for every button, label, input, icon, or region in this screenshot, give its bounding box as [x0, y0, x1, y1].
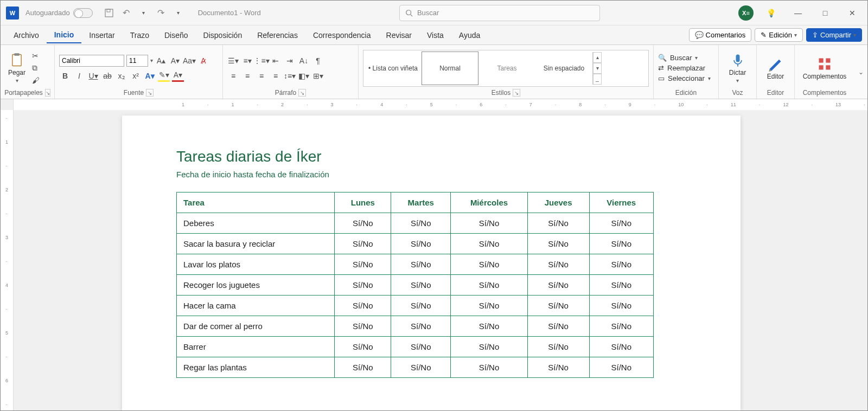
tab-correspondencia[interactable]: Correspondencia [305, 28, 379, 43]
redo-icon[interactable]: ↷ [156, 8, 167, 18]
account-excel-icon[interactable]: X≡ [738, 5, 754, 21]
format-painter-icon[interactable]: 🖌 [32, 76, 40, 85]
task-day-cell[interactable]: Sí/No [391, 316, 451, 337]
paste-button[interactable]: Pegar ▾ [5, 52, 29, 85]
task-day-cell[interactable]: Sí/No [589, 296, 654, 316]
addins-button[interactable]: Complementos [800, 55, 850, 81]
task-day-cell[interactable]: Sí/No [589, 275, 654, 296]
bold-icon[interactable]: B [59, 70, 71, 82]
tab-archivo[interactable]: Archivo [6, 28, 47, 43]
show-marks-icon[interactable]: ¶ [312, 55, 324, 67]
table-row[interactable]: DeberesSí/NoSí/NoSí/NoSí/NoSí/No [177, 213, 654, 234]
replace-button[interactable]: ⇄ Reemplazar [658, 64, 705, 72]
comments-button[interactable]: 💬 Comentarios [689, 28, 752, 42]
vertical-ruler[interactable]: ·1·2·3·4·5·6·7·8·9·10·11·12 [1, 110, 14, 411]
highlight-icon[interactable]: ✎▾ [158, 70, 170, 82]
task-day-cell[interactable]: Sí/No [451, 296, 527, 316]
align-right-icon[interactable]: ≡ [256, 70, 267, 82]
task-day-cell[interactable]: Sí/No [527, 357, 589, 378]
task-day-cell[interactable]: Sí/No [527, 296, 589, 316]
autosave-toggle[interactable] [73, 8, 93, 18]
undo-dropdown-icon[interactable]: ▾ [138, 8, 149, 18]
task-day-cell[interactable]: Sí/No [527, 275, 589, 296]
table-row[interactable]: Sacar la basura y reciclarSí/NoSí/NoSí/N… [177, 234, 654, 254]
tab-vista[interactable]: Vista [419, 28, 451, 43]
table-row[interactable]: Recoger los juguetesSí/NoSí/NoSí/NoSí/No… [177, 275, 654, 296]
superscript-icon[interactable]: x² [130, 70, 142, 82]
shading-icon[interactable]: ◧▾ [298, 70, 310, 82]
minimize-button[interactable]: — [788, 5, 808, 21]
task-day-cell[interactable]: Sí/No [391, 357, 451, 378]
task-day-cell[interactable]: Sí/No [391, 275, 451, 296]
task-name-cell[interactable]: Barrer [177, 337, 335, 357]
styles-scroll-up[interactable]: ▴ [593, 52, 602, 63]
undo-icon[interactable]: ↶ [121, 8, 132, 18]
task-day-cell[interactable]: Sí/No [451, 234, 527, 254]
horizontal-ruler[interactable]: 1·1·2·3·4·5·6·7·8·9·10·11·12·13·14·15·16… [14, 99, 867, 110]
find-button[interactable]: 🔍 Buscar ▾ [658, 54, 698, 62]
style-item-tareas[interactable]: Tareas [478, 52, 535, 85]
decrease-indent-icon[interactable]: ⇤ [270, 55, 282, 67]
font-color-icon[interactable]: A▾ [172, 70, 184, 82]
tab-referencias[interactable]: Referencias [250, 28, 305, 43]
close-button[interactable]: ✕ [843, 5, 862, 21]
document-page[interactable]: Tareas diarias de Íker Fecha de inicio h… [122, 115, 741, 410]
task-day-cell[interactable]: Sí/No [451, 357, 527, 378]
search-input[interactable]: Buscar [399, 5, 600, 21]
table-row[interactable]: Regar las plantasSí/NoSí/NoSí/NoSí/NoSí/… [177, 357, 654, 378]
justify-icon[interactable]: ≡ [270, 70, 282, 82]
bullets-icon[interactable]: ☰▾ [227, 55, 239, 67]
estilos-dialog-launcher[interactable]: ↘ [513, 89, 520, 97]
table-row[interactable]: Hacer la camaSí/NoSí/NoSí/NoSí/NoSí/No [177, 296, 654, 316]
task-day-cell[interactable]: Sí/No [335, 337, 391, 357]
table-header[interactable]: Lunes [335, 192, 391, 213]
increase-indent-icon[interactable]: ⇥ [284, 55, 296, 67]
italic-icon[interactable]: I [73, 70, 85, 82]
task-day-cell[interactable]: Sí/No [589, 254, 654, 275]
task-day-cell[interactable]: Sí/No [527, 213, 589, 234]
task-day-cell[interactable]: Sí/No [451, 316, 527, 337]
increase-font-icon[interactable]: A▴ [155, 55, 167, 67]
qat-customize-icon[interactable]: ▾ [173, 8, 184, 18]
tab-inicio[interactable]: Inicio [47, 27, 82, 43]
styles-scroll-down[interactable]: ▾ [593, 63, 602, 74]
task-day-cell[interactable]: Sí/No [451, 337, 527, 357]
cut-icon[interactable]: ✂ [32, 52, 40, 60]
tab-revisar[interactable]: Revisar [379, 28, 419, 43]
task-day-cell[interactable]: Sí/No [391, 254, 451, 275]
task-day-cell[interactable]: Sí/No [335, 296, 391, 316]
tab-diseno[interactable]: Diseño [157, 28, 196, 43]
fuente-dialog-launcher[interactable]: ↘ [146, 89, 154, 97]
tab-disposicion[interactable]: Disposición [196, 28, 250, 43]
change-case-icon[interactable]: Aa▾ [183, 55, 195, 67]
task-day-cell[interactable]: Sí/No [527, 337, 589, 357]
task-day-cell[interactable]: Sí/No [589, 337, 654, 357]
task-day-cell[interactable]: Sí/No [391, 234, 451, 254]
clear-formatting-icon[interactable]: A̷ [197, 55, 209, 67]
portapapeles-dialog-launcher[interactable]: ↘ [45, 89, 50, 97]
dictate-button[interactable]: Dictar ▾ [726, 52, 749, 85]
task-name-cell[interactable]: Recoger los juguetes [177, 275, 335, 296]
task-day-cell[interactable]: Sí/No [335, 275, 391, 296]
task-day-cell[interactable]: Sí/No [335, 234, 391, 254]
table-row[interactable]: Lavar los platosSí/NoSí/NoSí/NoSí/NoSí/N… [177, 254, 654, 275]
task-day-cell[interactable]: Sí/No [527, 254, 589, 275]
task-day-cell[interactable]: Sí/No [451, 213, 527, 234]
strikethrough-icon[interactable]: ab [101, 70, 113, 82]
table-header[interactable]: Martes [391, 192, 451, 213]
table-row[interactable]: BarrerSí/NoSí/NoSí/NoSí/NoSí/No [177, 337, 654, 357]
task-day-cell[interactable]: Sí/No [335, 316, 391, 337]
task-name-cell[interactable]: Dar de comer al perro [177, 316, 335, 337]
task-day-cell[interactable]: Sí/No [589, 316, 654, 337]
tab-insertar[interactable]: Insertar [81, 28, 122, 43]
task-name-cell[interactable]: Sacar la basura y reciclar [177, 234, 335, 254]
copy-icon[interactable]: ⧉ [32, 63, 40, 73]
underline-icon[interactable]: U▾ [87, 70, 99, 82]
style-item-normal[interactable]: Normal [422, 52, 478, 85]
align-left-icon[interactable]: ≡ [227, 70, 239, 82]
styles-expand[interactable]: ⎯ [593, 74, 602, 85]
editor-button[interactable]: Editor [764, 55, 787, 81]
page-scroll-area[interactable]: Tareas diarias de Íker Fecha de inicio h… [14, 110, 867, 411]
style-item-lista[interactable]: • Lista con viñeta [365, 52, 422, 85]
sort-icon[interactable]: A↓ [298, 55, 310, 67]
